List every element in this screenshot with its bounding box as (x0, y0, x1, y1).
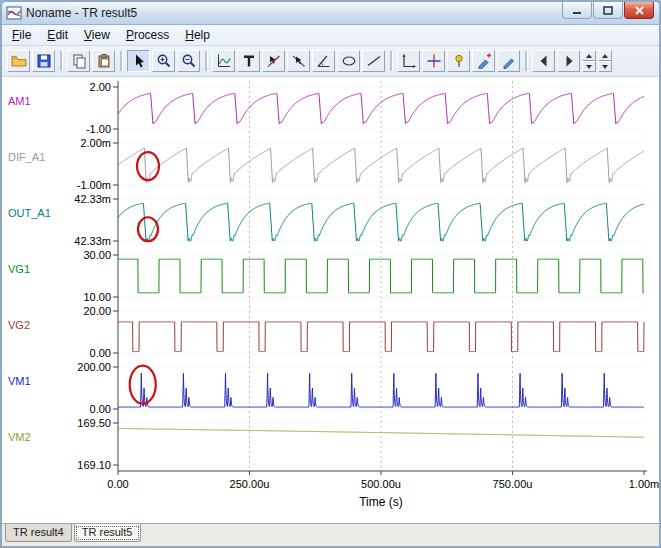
toolbar-separator (120, 51, 122, 71)
menubar: File Edit View Process Help (2, 25, 659, 46)
y-tick-label: -1.00m (77, 179, 111, 191)
angle-tool-button[interactable] (312, 50, 335, 72)
plot-label-VM1: VM1 (8, 375, 31, 387)
plot-label-AM1: AM1 (8, 95, 31, 107)
y-tick-label: 169.10 (77, 459, 111, 471)
y-tick-label: 0.00 (90, 403, 111, 415)
cursor-b-tool-button[interactable] (287, 50, 310, 72)
spinner-up-icon[interactable] (598, 50, 612, 61)
curve-spinner-2[interactable] (598, 50, 612, 72)
open-button[interactable] (7, 50, 30, 72)
window-title: Noname - TR result5 (26, 6, 137, 20)
zoom-in-button[interactable] (152, 50, 175, 72)
cursor-a-tool-button[interactable] (262, 50, 285, 72)
toolbar-separator (205, 51, 207, 71)
marker-tool-button[interactable] (497, 50, 520, 72)
y-tick-label: -1.00 (86, 123, 111, 135)
toolbar-separator (525, 51, 527, 71)
y-tick-label: 2.00m (80, 137, 111, 149)
toolbar-separator (60, 51, 62, 71)
chart-area: 2.00-1.00AM12.00m-1.00mDIF_A142.33m42.33… (2, 77, 659, 523)
annotation-ellipse-3 (130, 366, 156, 404)
ellipse-tool-button[interactable] (337, 50, 360, 72)
x-tick-label: 500.00u (361, 478, 401, 490)
plot-label-DIF_A1: DIF_A1 (8, 151, 45, 163)
y-tick-label: 169.50 (77, 417, 111, 429)
x-tick-label: 1.00m (629, 478, 659, 490)
tab-tr-result5[interactable]: TR result5 (74, 524, 141, 542)
text-tool-button[interactable] (237, 50, 260, 72)
close-button[interactable] (624, 2, 654, 19)
menu-file[interactable]: File (4, 26, 39, 44)
titlebar[interactable]: Noname - TR result5 (2, 2, 659, 25)
tabbar: TR result4 TR result5 (2, 523, 659, 546)
y-tick-label: 30.00 (83, 249, 111, 261)
autoscale-tool-button[interactable] (212, 50, 235, 72)
plot-label-VG1: VG1 (8, 263, 30, 275)
plot-label-OUT_A1: OUT_A1 (8, 207, 51, 219)
menu-view[interactable]: View (76, 26, 118, 44)
y-tick-label: 10.00 (83, 291, 111, 303)
menu-edit[interactable]: Edit (39, 26, 76, 44)
y-tick-label: 42.33m (74, 193, 111, 205)
y-tick-label: 0.00 (90, 347, 111, 359)
zoom-out-button[interactable] (177, 50, 200, 72)
toolbar-separator (390, 51, 392, 71)
axes-tool-button[interactable] (397, 50, 420, 72)
spinner-down-icon[interactable] (598, 61, 612, 72)
plot-label-VG2: VG2 (8, 319, 30, 331)
next-page-button[interactable] (557, 50, 580, 72)
x-axis-title: Time (s) (359, 495, 403, 509)
prev-page-button[interactable] (532, 50, 555, 72)
save-button[interactable] (32, 50, 55, 72)
spinner-down-icon[interactable] (582, 61, 596, 72)
toolbar (2, 46, 659, 77)
paste-button[interactable] (92, 50, 115, 72)
app-icon (6, 5, 22, 21)
waveform-chart: 2.00-1.00AM12.00m-1.00mDIF_A142.33m42.33… (2, 77, 659, 523)
y-tick-label: 20.00 (83, 305, 111, 317)
select-tool-button[interactable] (127, 50, 150, 72)
menu-help[interactable]: Help (177, 26, 218, 44)
x-tick-label: 0.00 (107, 478, 128, 490)
minimize-button[interactable] (562, 2, 592, 19)
annotation-ellipse-2 (138, 217, 158, 241)
annotation-ellipse-1 (137, 152, 159, 180)
tab-tr-result4[interactable]: TR result4 (5, 524, 72, 542)
y-tick-label: 42.33m (74, 235, 111, 247)
marker-add-tool-button[interactable] (472, 50, 495, 72)
plot-label-VM2: VM2 (8, 431, 31, 443)
x-tick-label: 750.00u (493, 478, 533, 490)
pin-tool-button[interactable] (447, 50, 470, 72)
crosshair-tool-button[interactable] (422, 50, 445, 72)
copy-button[interactable] (67, 50, 90, 72)
curve-spinner-1[interactable] (582, 50, 596, 72)
waveform-VM2 (118, 429, 644, 438)
x-tick-label: 250.00u (230, 478, 270, 490)
spinner-up-icon[interactable] (582, 50, 596, 61)
maximize-button[interactable] (593, 2, 623, 19)
app-window: Noname - TR result5 File Edit View Proce… (0, 0, 661, 548)
menu-process[interactable]: Process (118, 26, 177, 44)
y-tick-label: 2.00 (90, 81, 111, 93)
line-tool-button[interactable] (362, 50, 385, 72)
y-tick-label: 200.00 (77, 361, 111, 373)
